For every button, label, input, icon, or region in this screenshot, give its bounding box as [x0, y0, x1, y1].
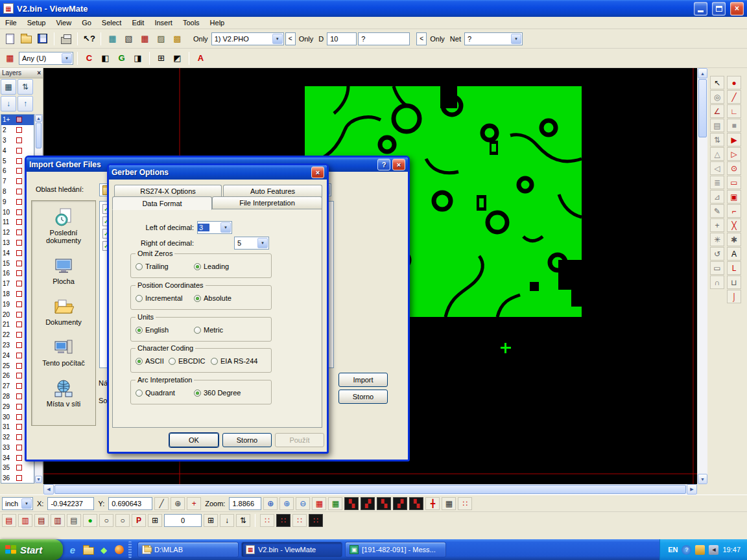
select-mode-icon-4[interactable]: ▥ — [51, 514, 65, 527]
vertical-scrollbar[interactable]: ▲ ▼ — [697, 68, 707, 484]
ok-button[interactable]: OK — [169, 433, 219, 447]
tab-auto-features[interactable]: Auto Features — [223, 185, 322, 197]
layer-color-swatch[interactable] — [16, 424, 22, 430]
layer-color-swatch[interactable] — [16, 148, 22, 154]
highlight-grid-icon[interactable]: ▦ — [105, 32, 120, 46]
layer-color-swatch[interactable] — [16, 363, 22, 369]
left-of-decimal-select[interactable]: 3▼ — [197, 221, 232, 234]
layer-color-swatch[interactable] — [16, 373, 22, 379]
net-grid-icon[interactable]: ▦ — [442, 497, 456, 510]
pattern-icon-2[interactable]: ▞ — [361, 497, 375, 510]
apply-button[interactable]: Použít — [275, 433, 324, 447]
layer-color-swatch[interactable] — [16, 455, 22, 461]
dot-pattern-icon-3[interactable]: ∷ — [292, 514, 307, 527]
traces-view-icon[interactable]: ▨ — [154, 32, 169, 46]
layer-color-swatch[interactable] — [16, 281, 22, 286]
layer-color-swatch[interactable] — [16, 158, 22, 164]
pad-tool-icon[interactable]: ● — [727, 76, 741, 89]
layer-row[interactable]: 4 — [1, 145, 34, 156]
star-icon[interactable]: ✳ — [710, 233, 724, 246]
firefox-quicklaunch-icon[interactable] — [113, 544, 125, 555]
rotation-field[interactable]: 0 — [164, 514, 202, 527]
folder-quicklaunch-icon[interactable] — [82, 544, 94, 555]
aperture-list-button[interactable]: ▦ — [3, 51, 18, 65]
dot-pattern-icon-4[interactable]: ∷ — [309, 514, 323, 527]
square-pad-tool-icon[interactable]: ▣ — [727, 190, 741, 204]
language-indicator[interactable]: EN — [668, 546, 678, 554]
redraw-icon[interactable]: ◎ — [710, 90, 724, 104]
cross-tool-icon[interactable]: ╳ — [727, 218, 741, 232]
corner-tool-icon[interactable]: ∟ — [727, 104, 741, 118]
layer-color-swatch[interactable] — [16, 199, 22, 205]
layer-color-swatch[interactable] — [16, 250, 22, 256]
scroll-right-icon[interactable]: ▶ — [687, 484, 697, 495]
tab-data-format[interactable]: Data Format — [112, 196, 212, 210]
layer-color-swatch[interactable] — [16, 270, 22, 276]
measure-line-icon[interactable]: ╱ — [154, 497, 169, 510]
select-mode-icon-3[interactable]: ▤ — [34, 514, 49, 527]
place-network[interactable]: Místa v síti — [32, 372, 95, 413]
filled-rect-tool-icon[interactable]: ■ — [727, 119, 741, 132]
menu-item[interactable]: File — [0, 18, 22, 28]
place-documents[interactable]: Dokumenty — [32, 290, 95, 331]
radio-leading[interactable]: Leading — [194, 262, 229, 270]
swap-layer-button[interactable]: ◧ — [98, 51, 113, 65]
layer-row[interactable]: 2 — [1, 125, 34, 135]
layer-row[interactable]: 35 — [1, 463, 34, 473]
update-tray-icon[interactable] — [695, 545, 705, 555]
layer-color-swatch[interactable] — [16, 168, 22, 174]
layer-move-down-button[interactable]: ↓ — [1, 96, 16, 111]
radio-ascii[interactable]: ASCII — [136, 357, 164, 365]
grid-button[interactable]: ⊞ — [148, 514, 162, 527]
task-viewmate[interactable]: ▦ V2.bin - ViewMate — [241, 542, 342, 557]
layer-color-swatch[interactable] — [16, 475, 22, 481]
cup-tool-icon[interactable]: ⊔ — [727, 275, 741, 289]
layer-color-swatch[interactable] — [16, 189, 22, 194]
dot-pattern-icon-1[interactable]: ∷ — [260, 514, 274, 527]
options-close-button[interactable]: × — [311, 167, 324, 178]
restore-button[interactable] — [712, 2, 726, 16]
chamfer-tool-icon[interactable]: ⌐ — [727, 204, 741, 218]
gear-tool-icon[interactable]: ✱ — [727, 233, 741, 246]
menu-item[interactable]: Select — [97, 18, 127, 28]
import-button[interactable]: Import — [338, 373, 388, 387]
goto-button[interactable]: G — [114, 51, 129, 65]
line-tool-icon[interactable]: ╱ — [727, 90, 741, 104]
layer-color-swatch[interactable] — [16, 342, 22, 348]
aperture-text-button[interactable]: A — [193, 51, 208, 65]
menu-item[interactable]: Insert — [149, 18, 178, 28]
net-cross-icon[interactable]: ╋ — [425, 497, 440, 510]
scroll-up-icon[interactable]: ▲ — [698, 68, 707, 78]
dcode-filter-input[interactable]: ? — [358, 32, 410, 45]
pattern-icon-3[interactable]: ▚ — [377, 497, 391, 510]
pane-button[interactable]: ◩ — [170, 51, 185, 65]
layer-color-swatch[interactable] — [16, 312, 22, 318]
scroll-left-icon[interactable]: ◀ — [43, 484, 54, 495]
net-dots-icon[interactable]: ∷ — [458, 497, 472, 510]
select-mode-icon-1[interactable]: ▤ — [2, 514, 16, 527]
undo-icon[interactable]: ↺ — [710, 247, 724, 261]
measure-angle-icon[interactable]: ∠ — [710, 104, 724, 118]
radio-trailing[interactable]: Trailing — [136, 262, 169, 270]
pads-view-icon[interactable]: ▦ — [137, 32, 152, 46]
radio-quadrant[interactable]: Quadrant — [136, 389, 175, 397]
layer-file-select[interactable]: 1) V2.PHO▼ — [211, 32, 284, 45]
select-mode-icon-2[interactable]: ▥ — [18, 514, 32, 527]
net-filter-select[interactable]: ?▼ — [464, 32, 523, 45]
anchor-button-1[interactable]: ↓ — [220, 514, 234, 527]
layer-color-swatch[interactable] — [16, 137, 22, 143]
save-button[interactable] — [35, 32, 50, 46]
arrow-tool-icon[interactable]: ▶ — [727, 133, 741, 146]
place-recent-documents[interactable]: Poslední dokumenty — [32, 201, 95, 250]
import-cancel-button[interactable]: Storno — [338, 390, 388, 404]
new-file-button[interactable] — [3, 32, 18, 46]
rotate-left-icon[interactable]: ◁ — [710, 161, 724, 175]
grid-red-icon[interactable]: ▦ — [312, 497, 326, 510]
dcode-highlight-button[interactable]: C — [82, 51, 97, 65]
layer-row[interactable]: 3 — [1, 135, 34, 146]
zoom-out-icon[interactable]: ⊖ — [296, 497, 310, 510]
layer-color-swatch[interactable] — [16, 383, 22, 389]
text-tool-icon[interactable]: A — [727, 247, 741, 261]
j-hook-tool-icon[interactable]: ⌡ — [727, 290, 741, 303]
add-vertex-icon[interactable]: + — [710, 218, 724, 232]
